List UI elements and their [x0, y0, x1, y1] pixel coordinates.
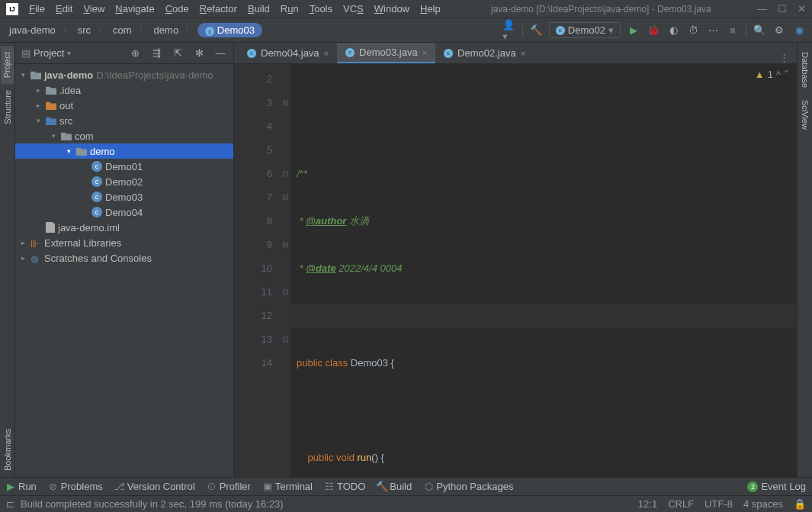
tool-terminal[interactable]: ▣Terminal [263, 481, 313, 492]
coverage-icon[interactable]: ◐ [666, 24, 680, 37]
tool-todo[interactable]: ☷TODO [325, 481, 365, 492]
tab-demo04[interactable]: cDemo04.java× [239, 43, 337, 63]
menu-run[interactable]: Run [276, 2, 303, 16]
crumb-demo[interactable]: demo [151, 23, 182, 37]
tool-problems[interactable]: ⊘Problems [49, 481, 103, 492]
close-icon[interactable]: × [422, 48, 427, 57]
tree-com[interactable]: ▾com [15, 128, 233, 143]
sidebar-tab-bookmarks[interactable]: Bookmarks [2, 423, 14, 477]
menu-build[interactable]: Build [243, 2, 274, 16]
line-numbers: 234 567 8910 111213 14 [234, 64, 280, 477]
project-panel-title: Project [34, 47, 64, 59]
minimize-button[interactable]: — [757, 3, 767, 14]
tree-demo03[interactable]: cDemo03 [15, 189, 233, 204]
tree-iml[interactable]: java-demo.iml [15, 220, 233, 235]
code-editor[interactable]: ▲ 1 ^˅ 234 567 8910 111213 14 ⊟ ⊡⊟ ⊟ ⊡⊡ … [234, 64, 797, 477]
debug-icon[interactable]: 🐞 [647, 24, 660, 37]
maximize-button[interactable]: ☐ [778, 3, 787, 14]
tool-build[interactable]: 🔨Build [377, 481, 412, 492]
tool-run[interactable]: ▶Run [6, 481, 37, 492]
crumb-src[interactable]: src [75, 23, 94, 37]
learn-icon[interactable]: ◉ [792, 24, 806, 37]
menu-tools[interactable]: Tools [305, 2, 337, 16]
stop-icon[interactable]: ■ [726, 24, 740, 37]
status-indent[interactable]: 4 spaces [743, 498, 783, 510]
tree-src[interactable]: ▾src [15, 113, 233, 128]
tree-idea[interactable]: ▸.idea [15, 82, 233, 98]
select-opened-icon[interactable]: ⊕ [128, 47, 142, 60]
window-title: java-demo [D:\IdeaProjects\java-demo] - … [445, 4, 757, 14]
tree-out[interactable]: ▸out [15, 98, 233, 113]
status-message: Build completed successfully in 2 sec, 1… [21, 498, 284, 510]
sidebar-tab-structure[interactable]: Structure [2, 84, 14, 130]
tool-profiler[interactable]: ⏲Profiler [207, 481, 251, 492]
sidebar-tab-sciview[interactable]: SciView [799, 94, 811, 136]
breadcrumb: java-demo〉 src〉 com〉 demo〉 c Demo03 [6, 23, 502, 38]
tab-demo02[interactable]: cDemo02.java× [435, 43, 534, 63]
status-line-sep[interactable]: CRLF [668, 498, 694, 510]
tab-demo03[interactable]: cDemo03.java× [337, 43, 435, 63]
warning-icon: ▲ [755, 69, 765, 80]
status-hide-icon[interactable]: ⊏ [6, 498, 14, 510]
menu-refactor[interactable]: Refactor [195, 2, 242, 16]
tree-scratches[interactable]: ▸⊚Scratches and Consoles [15, 250, 233, 266]
menu-view[interactable]: View [79, 2, 109, 16]
build-icon[interactable]: 🔨 [529, 24, 543, 37]
inspection-badge[interactable]: ▲ 1 ^˅ [755, 69, 789, 80]
close-button[interactable]: ✕ [798, 3, 806, 14]
tool-event-log[interactable]: 2Event Log [747, 481, 806, 492]
tree-demo[interactable]: ▾demo [15, 143, 233, 159]
status-encoding[interactable]: UTF-8 [704, 498, 733, 510]
tree-root[interactable]: ▾ java-demo D:\IdeaProjects\java-demo [15, 67, 233, 82]
sidebar-tab-project[interactable]: Project [1, 46, 14, 84]
menu-navigate[interactable]: Navigate [111, 2, 159, 16]
run-icon[interactable]: ▶ [627, 24, 640, 37]
menu-help[interactable]: Help [416, 2, 445, 16]
close-icon[interactable]: × [324, 49, 329, 58]
status-position[interactable]: 12:1 [638, 498, 657, 510]
fold-gutter[interactable]: ⊟ ⊡⊟ ⊟ ⊡⊡ [280, 64, 290, 477]
menu-edit[interactable]: Edit [51, 2, 77, 16]
app-logo: IJ [6, 3, 18, 15]
menu-vcs[interactable]: VCS [339, 2, 368, 16]
profile-icon[interactable]: ⏱ [686, 24, 700, 37]
tool-vcs[interactable]: ⎇Version Control [115, 481, 195, 492]
crumb-com[interactable]: com [110, 23, 135, 37]
settings-icon[interactable]: ⚙ [772, 24, 786, 37]
tool-python[interactable]: ⬡Python Packages [424, 481, 513, 492]
close-icon[interactable]: × [521, 49, 525, 58]
hide-panel-icon[interactable]: — [213, 47, 227, 60]
crumb-class[interactable]: c Demo03 [197, 23, 262, 38]
crumb-project[interactable]: java-demo [6, 23, 59, 37]
tree-demo02[interactable]: cDemo02 [15, 174, 233, 189]
menu-window[interactable]: Window [370, 2, 414, 16]
avatar-icon[interactable]: 👤▾ [502, 24, 516, 37]
tree-demo01[interactable]: cDemo01 [15, 159, 233, 174]
run-config-label: Demo02 [568, 24, 605, 36]
sidebar-tab-database[interactable]: Database [799, 46, 811, 94]
run-config-selector[interactable]: c Demo02 ▾ [549, 22, 621, 38]
menu-code[interactable]: Code [161, 2, 194, 16]
expand-all-icon[interactable]: ⇶ [149, 47, 163, 60]
class-icon: c [556, 26, 565, 35]
project-panel-icon: ▤ [21, 47, 30, 59]
tree-demo04[interactable]: cDemo04 [15, 204, 233, 220]
menu-file[interactable]: File [24, 2, 50, 16]
collapse-all-icon[interactable]: ⇱ [171, 47, 185, 60]
panel-settings-icon[interactable]: ✻ [192, 47, 206, 60]
search-icon[interactable]: 🔍 [753, 24, 766, 37]
attach-icon[interactable]: ⋯ [706, 24, 720, 37]
tabs-more-icon[interactable]: ⋮ [779, 52, 792, 63]
readonly-lock-icon[interactable]: 🔒 [794, 498, 806, 510]
tree-external-libs[interactable]: ▸⊪External Libraries [15, 235, 233, 250]
